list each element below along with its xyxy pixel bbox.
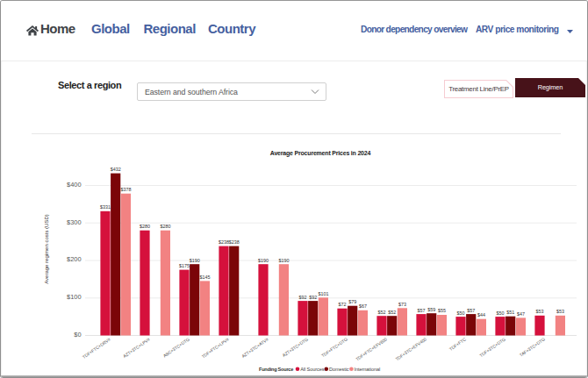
svg-text:AZT+3TC+DTG: AZT+3TC+DTG <box>281 336 309 358</box>
svg-text:Average regimen costs (USD): Average regimen costs (USD) <box>44 214 49 284</box>
svg-text:$73: $73 <box>398 302 406 307</box>
svg-text:$238: $238 <box>229 239 240 245</box>
svg-text:$280: $280 <box>140 224 150 229</box>
svg-text:$92: $92 <box>309 295 317 300</box>
svg-text:TDF+FTC+DTG: TDF+FTC+DTG <box>320 336 348 358</box>
svg-text:$100: $100 <box>67 293 81 301</box>
svg-text:AZT+3TC+LPV/r: AZT+3TC+LPV/r <box>122 336 151 359</box>
svg-text:$72: $72 <box>339 302 347 307</box>
svg-text:International: International <box>355 367 381 372</box>
svg-text:$331: $331 <box>100 204 111 210</box>
svg-text:TDF+FTC: TDF+FTC <box>448 336 468 352</box>
svg-text:TAF+3TC+DTG: TAF+3TC+DTG <box>519 336 546 357</box>
svg-text:$53: $53 <box>556 309 564 314</box>
svg-text:$50: $50 <box>497 310 505 316</box>
svg-text:$47: $47 <box>517 311 525 317</box>
svg-text:$44: $44 <box>477 312 485 317</box>
svg-text:$52: $52 <box>378 310 386 315</box>
svg-text:$175: $175 <box>179 263 190 268</box>
svg-text:$0: $0 <box>74 331 81 339</box>
svg-text:$280: $280 <box>160 224 170 229</box>
svg-text:$50: $50 <box>457 310 465 316</box>
svg-text:ABC+3TC+DTG: ABC+3TC+DTG <box>162 336 190 358</box>
svg-text:Domestic: Domestic <box>329 367 349 372</box>
svg-text:$51: $51 <box>506 310 514 315</box>
svg-text:Funding Source: Funding Source <box>259 367 293 372</box>
svg-text:$57: $57 <box>418 308 426 313</box>
svg-text:$67: $67 <box>359 303 367 309</box>
svg-text:$238: $238 <box>219 239 229 245</box>
svg-text:$55: $55 <box>438 308 446 313</box>
svg-text:TDF+FTC+DRV/r: TDF+FTC+DRV/r <box>82 336 112 360</box>
svg-text:$432: $432 <box>111 167 121 172</box>
svg-text:$92: $92 <box>299 295 307 300</box>
svg-text:All Sources: All Sources <box>300 367 324 372</box>
svg-text:$400: $400 <box>67 181 81 189</box>
svg-text:$145: $145 <box>199 275 210 280</box>
svg-text:$59: $59 <box>427 307 435 312</box>
svg-text:$190: $190 <box>190 258 200 263</box>
svg-text:TDF+FTC+LPV/r: TDF+FTC+LPV/r <box>201 336 231 359</box>
svg-text:Average Procurement Prices in: Average Procurement Prices in 2024 <box>270 150 371 157</box>
svg-text:AZT+3TC+ATV/r: AZT+3TC+ATV/r <box>240 336 269 359</box>
svg-text:$53: $53 <box>536 309 544 314</box>
svg-text:$378: $378 <box>120 187 131 192</box>
svg-text:$57: $57 <box>467 308 475 313</box>
svg-text:$52: $52 <box>388 310 396 315</box>
svg-text:$101: $101 <box>318 291 328 296</box>
svg-text:$300: $300 <box>67 218 81 226</box>
svg-text:$190: $190 <box>258 258 269 263</box>
svg-text:$79: $79 <box>348 299 356 304</box>
svg-text:$200: $200 <box>67 255 81 263</box>
svg-text:$190: $190 <box>278 258 289 263</box>
svg-text:TDF+3TC+DTG: TDF+3TC+DTG <box>478 336 506 358</box>
svg-text:TDF+3TC+EFV400: TDF+3TC+EFV400 <box>394 336 427 361</box>
svg-text:TDF+FTC+EFV600: TDF+FTC+EFV600 <box>355 336 388 361</box>
